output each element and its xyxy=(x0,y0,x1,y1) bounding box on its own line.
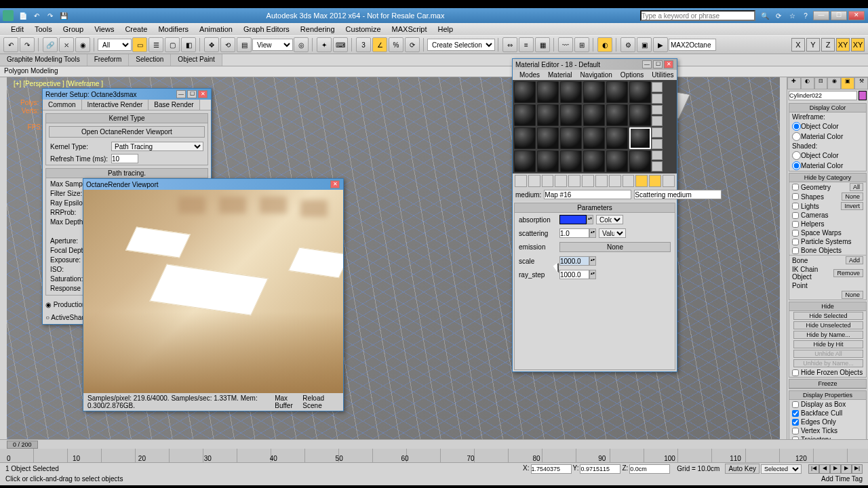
minimize-button[interactable]: — xyxy=(813,11,829,20)
cat-cameras[interactable] xyxy=(792,212,799,219)
material-slot[interactable] xyxy=(537,127,559,149)
timeline[interactable]: 0 10 20 30 40 50 60 70 80 90 100 110 120 xyxy=(0,449,868,462)
unhide-all[interactable]: Unhide All xyxy=(793,350,863,358)
window-crossing-button[interactable]: ◧ xyxy=(181,37,196,52)
sh-material-color[interactable] xyxy=(792,161,801,170)
render-close[interactable]: ✕ xyxy=(198,90,208,98)
ribbon-tab-graphite[interactable]: Graphite Modeling Tools xyxy=(0,54,87,66)
snap-button[interactable]: 3 xyxy=(356,37,371,52)
material-slot[interactable] xyxy=(560,81,582,103)
scale-input[interactable] xyxy=(559,256,589,266)
object-name-field[interactable] xyxy=(789,91,857,100)
mat-min[interactable]: — xyxy=(642,60,652,68)
panel-tab-create[interactable]: ✚ xyxy=(787,77,801,89)
octane-close[interactable]: ✕ xyxy=(330,180,340,188)
rb-production[interactable]: ◉ Production xyxy=(45,301,86,308)
help-search-input[interactable] xyxy=(640,10,755,21)
material-slot[interactable] xyxy=(560,104,582,126)
material-slot[interactable] xyxy=(583,81,605,103)
select-by-mat-icon[interactable] xyxy=(652,161,663,171)
raystep-spinner[interactable]: ▴▾ xyxy=(589,270,596,279)
prop-traj[interactable] xyxy=(792,436,799,440)
menu-tools[interactable]: Tools xyxy=(29,25,58,33)
assign-to-sel-icon[interactable] xyxy=(542,175,554,187)
manip-button[interactable]: ✦ xyxy=(317,37,332,52)
make-unique-icon[interactable] xyxy=(582,175,594,187)
quick-access-icon[interactable]: 📄 xyxy=(18,10,28,21)
play[interactable]: ▶ xyxy=(830,464,841,474)
coord-y[interactable] xyxy=(580,464,620,474)
user-remove[interactable]: Remove xyxy=(833,269,863,277)
render-tab-interactive[interactable]: Interactive Render xyxy=(82,100,149,110)
panel-tab-display[interactable]: ▣ xyxy=(841,77,854,89)
goto-end[interactable]: ▶| xyxy=(852,464,863,474)
mat-close[interactable]: ✕ xyxy=(664,60,673,68)
save-icon[interactable]: 💾 xyxy=(58,10,69,21)
axis-x[interactable]: X xyxy=(791,38,805,52)
refresh-time-input[interactable] xyxy=(111,154,138,163)
viewport-label[interactable]: [+] [Perspective ] [Wireframe ] xyxy=(14,80,103,87)
render-tab-common[interactable]: Common xyxy=(43,100,82,110)
map-name-input[interactable] xyxy=(544,190,631,199)
cat-lights[interactable] xyxy=(792,203,799,209)
panel-tab-utilities[interactable]: ⚒ xyxy=(854,77,868,89)
redo-icon[interactable]: ↷ xyxy=(45,10,56,21)
align-button[interactable]: ≡ xyxy=(519,37,534,52)
kernel-type-select[interactable]: Path Tracing xyxy=(111,142,203,151)
ribbon-tab-selection[interactable]: Selection xyxy=(129,54,171,66)
material-id-icon[interactable] xyxy=(609,175,621,187)
scale-button[interactable]: ▤ xyxy=(237,37,252,52)
axis-xy[interactable]: XY xyxy=(836,38,850,52)
material-slot[interactable] xyxy=(606,104,628,126)
max-buffer[interactable]: Max Buffer xyxy=(275,394,302,409)
render-min[interactable]: — xyxy=(176,90,186,98)
help-icon[interactable]: ? xyxy=(800,10,811,21)
coord-x[interactable] xyxy=(531,464,572,474)
redo-button[interactable]: ↷ xyxy=(20,37,35,52)
axis-y[interactable]: Y xyxy=(806,38,820,52)
put-to-scene-icon[interactable] xyxy=(528,175,540,187)
mat-max[interactable]: ☐ xyxy=(653,60,663,68)
search-icon[interactable]: 🔍 xyxy=(760,10,770,21)
user-none[interactable]: None xyxy=(842,291,863,299)
undo-button[interactable]: ↶ xyxy=(3,37,18,52)
wf-object-color[interactable] xyxy=(792,122,801,131)
menu-rendering[interactable]: Rendering xyxy=(295,25,340,33)
go-parent-icon[interactable] xyxy=(649,175,661,187)
unlink-button[interactable]: ⤫ xyxy=(59,37,74,52)
material-slot[interactable] xyxy=(514,150,536,172)
material-slot-selected[interactable] xyxy=(629,127,651,149)
mirror-button[interactable]: ⇔ xyxy=(502,37,517,52)
put-to-library-icon[interactable] xyxy=(595,175,608,187)
prop-backface[interactable] xyxy=(792,410,799,417)
video-color-icon[interactable] xyxy=(652,127,663,138)
material-slot[interactable] xyxy=(583,104,605,126)
interaction-mode[interactable] xyxy=(669,39,716,51)
material-slot[interactable] xyxy=(629,81,651,103)
menu-create[interactable]: Create xyxy=(119,25,153,33)
show-end-result-icon[interactable] xyxy=(635,175,648,187)
maximize-button[interactable]: ☐ xyxy=(831,11,847,20)
material-editor-button[interactable]: ◐ xyxy=(597,37,612,52)
next-frame[interactable]: ▶ xyxy=(841,464,852,474)
select-button[interactable]: ▭ xyxy=(132,37,147,52)
hide-unselected[interactable]: Hide Unselected xyxy=(793,321,863,329)
get-material-icon[interactable] xyxy=(515,175,527,187)
map-type-input[interactable] xyxy=(634,190,722,199)
object-color-swatch[interactable] xyxy=(859,91,867,100)
pivot-button[interactable]: ◎ xyxy=(294,37,309,52)
material-slot[interactable] xyxy=(606,127,628,149)
background-icon[interactable] xyxy=(652,105,663,115)
params-rollout[interactable]: Parameters xyxy=(515,203,675,213)
backlight-icon[interactable] xyxy=(652,94,663,104)
curve-editor-button[interactable]: 〰 xyxy=(558,37,573,52)
render-preview[interactable] xyxy=(83,190,343,393)
kernel-group[interactable]: Kernel Type xyxy=(46,114,208,123)
prop-edges[interactable] xyxy=(792,419,799,426)
menu-modifiers[interactable]: Modifiers xyxy=(153,25,194,33)
path-tracing-group[interactable]: Path tracing. xyxy=(46,169,208,178)
named-selection[interactable]: Create Selection Se xyxy=(427,39,495,51)
autokey-button[interactable]: Auto Key xyxy=(725,464,760,474)
cat-all[interactable]: All xyxy=(850,183,863,191)
prev-frame[interactable]: ◀ xyxy=(819,464,830,474)
